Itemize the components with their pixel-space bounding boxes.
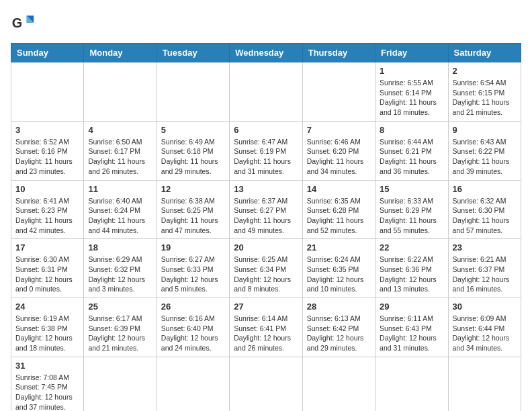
day-number: 23 [453, 242, 517, 253]
day-info: Sunrise: 6:24 AMSunset: 6:35 PMDaylight:… [307, 255, 371, 294]
day-info: Sunrise: 6:50 AMSunset: 6:17 PMDaylight:… [88, 137, 152, 177]
calendar-cell: 19Sunrise: 6:27 AMSunset: 6:33 PMDayligh… [157, 239, 229, 298]
day-number: 7 [307, 125, 371, 135]
calendar-cell: 1Sunrise: 6:55 AMSunset: 6:14 PMDaylight… [375, 62, 448, 122]
calendar-cell [157, 357, 229, 411]
day-number: 8 [380, 125, 443, 135]
calendar-cell: 14Sunrise: 6:35 AMSunset: 6:28 PMDayligh… [302, 180, 375, 239]
logo-icon: G [11, 11, 35, 35]
day-info: Sunrise: 6:35 AMSunset: 6:28 PMDaylight:… [307, 196, 371, 236]
day-number: 26 [161, 302, 225, 312]
day-number: 22 [380, 242, 443, 253]
day-info: Sunrise: 6:16 AMSunset: 6:40 PMDaylight:… [161, 314, 225, 353]
day-info: Sunrise: 6:44 AMSunset: 6:21 PMDaylight:… [380, 137, 443, 177]
calendar-cell: 3Sunrise: 6:52 AMSunset: 6:16 PMDaylight… [11, 121, 84, 180]
day-number: 2 [453, 66, 517, 76]
day-number: 25 [88, 302, 152, 312]
day-info: Sunrise: 6:43 AMSunset: 6:22 PMDaylight:… [453, 137, 517, 177]
day-info: Sunrise: 6:17 AMSunset: 6:39 PMDaylight:… [88, 314, 152, 353]
calendar-cell: 27Sunrise: 6:14 AMSunset: 6:41 PMDayligh… [230, 298, 302, 357]
calendar-cell: 8Sunrise: 6:44 AMSunset: 6:21 PMDaylight… [375, 121, 448, 180]
day-info: Sunrise: 7:08 AMSunset: 7:45 PMDaylight:… [15, 373, 79, 411]
day-info: Sunrise: 6:19 AMSunset: 6:38 PMDaylight:… [15, 314, 79, 353]
day-info: Sunrise: 6:32 AMSunset: 6:30 PMDaylight:… [453, 196, 517, 236]
calendar-cell: 17Sunrise: 6:30 AMSunset: 6:31 PMDayligh… [11, 239, 84, 298]
calendar-cell: 12Sunrise: 6:38 AMSunset: 6:25 PMDayligh… [157, 180, 229, 239]
calendar-cell: 20Sunrise: 6:25 AMSunset: 6:34 PMDayligh… [230, 239, 302, 298]
calendar-cell: 11Sunrise: 6:40 AMSunset: 6:24 PMDayligh… [84, 180, 157, 239]
day-number: 17 [15, 242, 79, 253]
calendar-cell: 10Sunrise: 6:41 AMSunset: 6:23 PMDayligh… [11, 180, 84, 239]
calendar-cell [230, 357, 302, 411]
day-number: 21 [307, 242, 371, 253]
day-number: 18 [88, 242, 152, 253]
calendar-cell: 30Sunrise: 6:09 AMSunset: 6:44 PMDayligh… [448, 298, 521, 357]
column-header-sunday: Sunday [11, 44, 84, 62]
logo: G [11, 11, 38, 35]
calendar-cell: 4Sunrise: 6:50 AMSunset: 6:17 PMDaylight… [84, 121, 157, 180]
day-info: Sunrise: 6:14 AMSunset: 6:41 PMDaylight:… [234, 314, 298, 353]
day-info: Sunrise: 6:21 AMSunset: 6:37 PMDaylight:… [453, 255, 517, 294]
day-info: Sunrise: 6:37 AMSunset: 6:27 PMDaylight:… [234, 196, 298, 236]
day-info: Sunrise: 6:13 AMSunset: 6:42 PMDaylight:… [307, 314, 371, 353]
day-info: Sunrise: 6:29 AMSunset: 6:32 PMDaylight:… [88, 255, 152, 294]
day-info: Sunrise: 6:40 AMSunset: 6:24 PMDaylight:… [88, 196, 152, 236]
column-header-thursday: Thursday [302, 44, 375, 62]
day-info: Sunrise: 6:09 AMSunset: 6:44 PMDaylight:… [453, 314, 517, 353]
calendar-cell: 22Sunrise: 6:22 AMSunset: 6:36 PMDayligh… [375, 239, 448, 298]
calendar-cell: 21Sunrise: 6:24 AMSunset: 6:35 PMDayligh… [302, 239, 375, 298]
day-info: Sunrise: 6:27 AMSunset: 6:33 PMDaylight:… [161, 255, 225, 294]
calendar-cell [84, 357, 157, 411]
calendar-cell: 25Sunrise: 6:17 AMSunset: 6:39 PMDayligh… [84, 298, 157, 357]
day-number: 24 [15, 302, 79, 312]
day-info: Sunrise: 6:22 AMSunset: 6:36 PMDaylight:… [380, 255, 443, 294]
column-header-wednesday: Wednesday [230, 44, 302, 62]
calendar-cell [448, 357, 521, 411]
calendar-week-6: 31Sunrise: 7:08 AMSunset: 7:45 PMDayligh… [11, 357, 521, 411]
calendar-cell [302, 357, 375, 411]
calendar-cell: 18Sunrise: 6:29 AMSunset: 6:32 PMDayligh… [84, 239, 157, 298]
calendar-table: SundayMondayTuesdayWednesdayThursdayFrid… [11, 43, 521, 411]
day-number: 30 [453, 302, 517, 312]
calendar-cell [84, 62, 157, 122]
day-number: 31 [15, 361, 79, 371]
calendar-cell: 15Sunrise: 6:33 AMSunset: 6:29 PMDayligh… [375, 180, 448, 239]
day-info: Sunrise: 6:11 AMSunset: 6:43 PMDaylight:… [380, 314, 443, 353]
column-header-monday: Monday [84, 44, 157, 62]
day-info: Sunrise: 6:55 AMSunset: 6:14 PMDaylight:… [380, 78, 443, 118]
day-number: 4 [88, 125, 152, 135]
calendar-cell: 29Sunrise: 6:11 AMSunset: 6:43 PMDayligh… [375, 298, 448, 357]
day-number: 14 [307, 184, 371, 194]
day-number: 19 [161, 242, 225, 253]
page-header: G [11, 11, 521, 35]
calendar-cell: 23Sunrise: 6:21 AMSunset: 6:37 PMDayligh… [448, 239, 521, 298]
calendar-cell: 28Sunrise: 6:13 AMSunset: 6:42 PMDayligh… [302, 298, 375, 357]
day-info: Sunrise: 6:38 AMSunset: 6:25 PMDaylight:… [161, 196, 225, 236]
day-number: 15 [380, 184, 443, 194]
day-number: 9 [453, 125, 517, 135]
day-info: Sunrise: 6:46 AMSunset: 6:20 PMDaylight:… [307, 137, 371, 177]
day-number: 1 [380, 66, 443, 76]
day-info: Sunrise: 6:30 AMSunset: 6:31 PMDaylight:… [15, 255, 79, 294]
day-number: 13 [234, 184, 298, 194]
day-number: 3 [15, 125, 79, 135]
calendar-cell [230, 62, 302, 122]
day-number: 16 [453, 184, 517, 194]
day-number: 11 [88, 184, 152, 194]
calendar-cell: 26Sunrise: 6:16 AMSunset: 6:40 PMDayligh… [157, 298, 229, 357]
day-number: 29 [380, 302, 443, 312]
day-number: 20 [234, 242, 298, 253]
calendar-cell: 2Sunrise: 6:54 AMSunset: 6:15 PMDaylight… [448, 62, 521, 122]
calendar-week-5: 24Sunrise: 6:19 AMSunset: 6:38 PMDayligh… [11, 298, 521, 357]
day-info: Sunrise: 6:49 AMSunset: 6:18 PMDaylight:… [161, 137, 225, 177]
calendar-cell: 7Sunrise: 6:46 AMSunset: 6:20 PMDaylight… [302, 121, 375, 180]
day-number: 27 [234, 302, 298, 312]
calendar-cell: 9Sunrise: 6:43 AMSunset: 6:22 PMDaylight… [448, 121, 521, 180]
day-info: Sunrise: 6:52 AMSunset: 6:16 PMDaylight:… [15, 137, 79, 177]
day-info: Sunrise: 6:25 AMSunset: 6:34 PMDaylight:… [234, 255, 298, 294]
day-info: Sunrise: 6:47 AMSunset: 6:19 PMDaylight:… [234, 137, 298, 177]
calendar-cell: 13Sunrise: 6:37 AMSunset: 6:27 PMDayligh… [230, 180, 302, 239]
calendar-cell [157, 62, 229, 122]
calendar-cell: 31Sunrise: 7:08 AMSunset: 7:45 PMDayligh… [11, 357, 84, 411]
day-number: 12 [161, 184, 225, 194]
